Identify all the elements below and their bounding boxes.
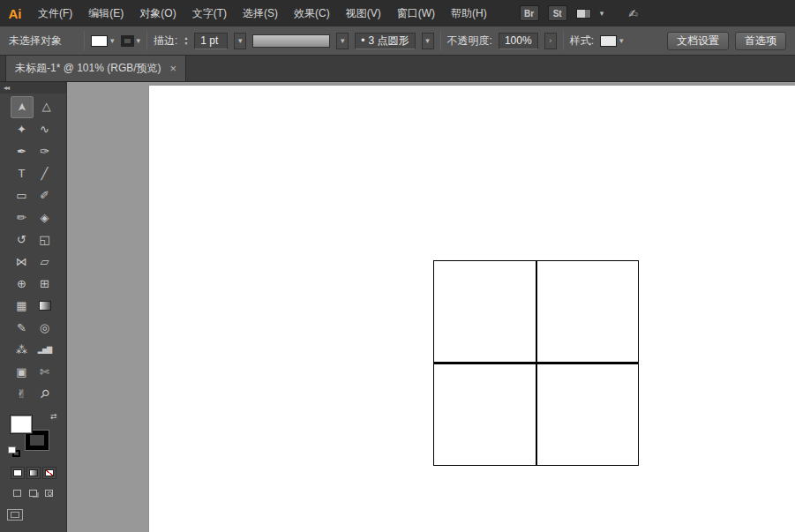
lasso-tool[interactable]: ∿ [34, 118, 56, 140]
menu-edit[interactable]: 编辑(E) [80, 0, 131, 26]
divider [563, 31, 564, 50]
opacity-field[interactable]: 100% [499, 33, 538, 49]
artboard[interactable] [148, 85, 795, 532]
document-tab[interactable]: 未标题-1* @ 101% (RGB/预览) × [5, 56, 186, 81]
artboard-icon: ▣ [16, 366, 26, 378]
draw-normal-button[interactable] [11, 487, 24, 498]
menu-window[interactable]: 窗口(W) [389, 0, 443, 26]
draw-normal-icon [13, 490, 21, 497]
opacity-label: 不透明度: [447, 34, 492, 49]
slice-icon: ✄ [40, 366, 49, 378]
stroke-weight-stepper[interactable]: ▲ ▼ [184, 36, 188, 46]
preferences-button[interactable]: 首选项 [735, 32, 786, 50]
close-icon[interactable]: × [170, 62, 177, 75]
artboard-tool[interactable]: ▣ [11, 361, 34, 383]
pencil-tool[interactable]: ✏ [11, 206, 34, 229]
brush-definition-dropdown[interactable]: ▾ [422, 33, 434, 49]
menu-effect[interactable]: 效果(C) [286, 0, 338, 26]
color-mode-button[interactable] [11, 467, 25, 479]
width-tool[interactable]: ⋈ [11, 251, 34, 273]
opacity-panel-button[interactable]: › [544, 33, 557, 49]
square-grid-shape[interactable] [433, 260, 639, 466]
zoom-icon: ⚲ [38, 387, 52, 401]
column-graph-tool[interactable]: ▂▅▇ [34, 339, 56, 361]
divider [440, 31, 441, 50]
rotate-icon: ↺ [17, 234, 26, 245]
main-area: ◂◂ ➤ ▷ ✦ ∿ ✒ ✑ T ╱ ▭ ✐ ✏ ◈ ↺ ◱ ⋈ ▱ ⊕ ⊞ ▦… [0, 82, 795, 532]
divider [146, 31, 147, 50]
fill-color-swatch[interactable] [10, 415, 33, 434]
menu-type[interactable]: 文字(T) [184, 0, 235, 26]
workspace-switcher-icon[interactable] [576, 9, 591, 19]
draw-behind-button[interactable] [26, 487, 40, 498]
line-segment-tool[interactable]: ╱ [34, 162, 56, 184]
eyedropper-icon: ✎ [17, 322, 26, 333]
stock-button[interactable]: St [548, 5, 567, 21]
perspective-grid-icon: ⊞ [40, 278, 49, 289]
symbol-sprayer-tool[interactable]: ⁂ [11, 339, 34, 361]
stroke-weight-field[interactable]: 1 pt [194, 33, 228, 49]
brush-definition-field[interactable]: • 3 点圆形 [355, 33, 415, 49]
gradient-tool[interactable] [34, 295, 56, 317]
free-transform-tool[interactable]: ▱ [34, 251, 56, 273]
pen-tool[interactable]: ✒ [11, 140, 34, 162]
mesh-tool[interactable]: ▦ [11, 295, 34, 317]
screen-mode-button[interactable] [7, 509, 23, 521]
default-fill-stroke-icon[interactable] [8, 446, 22, 458]
style-dropdown[interactable]: ▾ [600, 35, 624, 47]
stroke-color-dropdown[interactable]: ▾ [121, 35, 141, 47]
stepper-down-icon[interactable]: ▼ [184, 41, 188, 46]
fill-color-dropdown[interactable]: ▾ [91, 35, 115, 47]
document-setup-button[interactable]: 文档设置 [667, 32, 729, 50]
hand-icon: ✌ [17, 388, 26, 400]
lasso-icon: ∿ [40, 124, 49, 135]
document-tab-title: 未标题-1* @ 101% (RGB/预览) [15, 61, 161, 76]
gradient-icon [39, 301, 51, 311]
draw-inside-button[interactable] [42, 487, 56, 498]
shape-builder-icon: ⊕ [17, 278, 26, 289]
swap-fill-stroke-icon[interactable]: ⇄ [50, 412, 57, 421]
control-bar: 未选择对象 ▾ ▾ 描边: ▲ ▼ 1 pt ▾ ▾ • 3 点圆形 ▾ 不透明… [0, 26, 795, 56]
menu-view[interactable]: 视图(V) [338, 0, 389, 26]
zoom-tool[interactable]: ⚲ [34, 383, 56, 405]
curvature-tool[interactable]: ✑ [34, 140, 56, 162]
bridge-button[interactable]: Br [520, 5, 539, 21]
none-mode-button[interactable] [42, 467, 56, 479]
tools-panel: ◂◂ ➤ ▷ ✦ ∿ ✒ ✑ T ╱ ▭ ✐ ✏ ◈ ↺ ◱ ⋈ ▱ ⊕ ⊞ ▦… [0, 82, 67, 532]
rectangle-tool[interactable]: ▭ [11, 184, 34, 206]
chevron-down-icon[interactable]: ▾ [600, 9, 604, 18]
brush-name: 3 点圆形 [369, 34, 409, 49]
eyedropper-tool[interactable]: ✎ [11, 317, 34, 339]
stepper-up-icon[interactable]: ▲ [184, 36, 188, 41]
blend-tool[interactable]: ◎ [34, 317, 56, 339]
panel-collapse-button[interactable]: ◂◂ [0, 82, 66, 94]
width-profile-arrow[interactable]: ▾ [336, 33, 349, 49]
magic-wand-tool[interactable]: ✦ [11, 118, 34, 140]
pencil-icon: ✏ [17, 212, 26, 223]
hand-tool[interactable]: ✌ [11, 383, 34, 405]
selection-tool[interactable]: ➤ [11, 96, 34, 118]
eraser-tool[interactable]: ◈ [34, 206, 56, 229]
stroke-weight-dropdown[interactable]: ▾ [234, 33, 246, 49]
menu-select[interactable]: 选择(S) [235, 0, 286, 26]
shape-builder-tool[interactable]: ⊕ [11, 273, 34, 295]
type-tool[interactable]: T [11, 162, 34, 184]
direct-selection-tool[interactable]: ▷ [34, 96, 56, 118]
stroke-weight-label: 描边: [154, 34, 177, 49]
canvas[interactable] [67, 82, 795, 532]
scale-tool[interactable]: ◱ [34, 229, 56, 251]
rectangle-icon: ▭ [16, 190, 26, 201]
perspective-grid-tool[interactable]: ⊞ [34, 273, 56, 295]
width-profile-dropdown[interactable] [252, 34, 330, 48]
menu-file[interactable]: 文件(F) [30, 0, 80, 26]
eraser-icon: ◈ [41, 212, 49, 223]
chevron-down-icon: ▾ [619, 36, 624, 45]
paintbrush-tool[interactable]: ✐ [34, 184, 56, 206]
gradient-mode-button[interactable] [26, 467, 41, 479]
slice-tool[interactable]: ✄ [34, 361, 56, 383]
column-graph-icon: ▂▅▇ [38, 347, 51, 354]
menu-help[interactable]: 帮助(H) [443, 0, 495, 26]
menu-object[interactable]: 对象(O) [131, 0, 184, 26]
rotate-tool[interactable]: ↺ [11, 229, 34, 251]
touch-hand-icon[interactable]: ✍ [628, 7, 638, 20]
